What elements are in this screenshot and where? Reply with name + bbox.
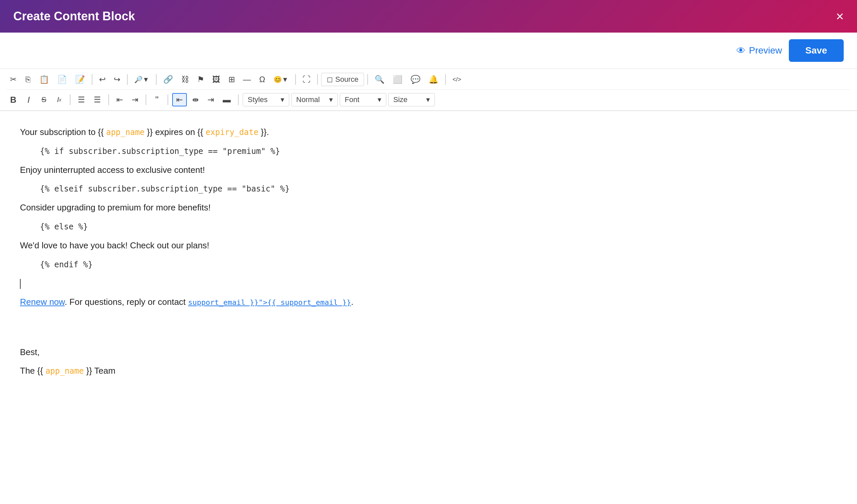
ordered-list-button[interactable]: ☰ <box>74 93 88 106</box>
link-button[interactable]: 🔗 <box>160 73 177 86</box>
elseif-tag-line: {% elseif subscriber.subscription_type =… <box>20 181 837 197</box>
cut-button[interactable]: ✂ <box>7 73 20 86</box>
align-left-button[interactable]: ⇤ <box>172 93 187 106</box>
paste-word-button[interactable]: 📝 <box>72 73 88 86</box>
media-button[interactable]: ⬜ <box>389 73 406 86</box>
cursor-line <box>20 275 837 291</box>
paste-button[interactable]: 📋 <box>36 73 52 86</box>
source-button[interactable]: ◻ Source <box>321 73 364 86</box>
code-button[interactable]: </> <box>449 73 465 86</box>
close-button[interactable]: × <box>836 10 844 23</box>
separator <box>156 74 156 85</box>
chevron-down-icon: ▾ <box>426 96 430 104</box>
premium-text-line: Enjoy uninterrupted access to exclusive … <box>20 162 837 178</box>
chevron-down-icon: ▾ <box>377 96 381 104</box>
text-cursor <box>20 279 21 289</box>
undo-button[interactable]: ↩ <box>96 73 109 86</box>
unordered-list-button[interactable]: ☰ <box>90 93 104 106</box>
paste-text-button[interactable]: 📄 <box>54 73 70 86</box>
subscription-line: Your subscription to {{ app_name }} expi… <box>20 124 837 140</box>
preview-button[interactable]: 👁 Preview <box>736 45 782 56</box>
bold-button[interactable]: B <box>7 93 20 106</box>
else-tag-line: {% else %} <box>20 219 837 234</box>
support-email-link[interactable]: support_email }}">{{ support_email }} <box>188 298 351 306</box>
team-line: The {{ app_name }} Team <box>20 363 837 379</box>
basic-text-line: Consider upgrading to premium for more b… <box>20 200 837 215</box>
separator <box>146 95 146 105</box>
image-button[interactable]: 🖼 <box>209 73 224 86</box>
separator <box>238 95 239 105</box>
separator <box>317 74 318 85</box>
modal-title: Create Content Block <box>13 9 135 23</box>
separator <box>127 74 128 85</box>
outdent-button[interactable]: ⇤ <box>113 93 126 106</box>
search-button[interactable]: 🔍 <box>371 73 388 86</box>
team-app-name-var: app_name <box>46 366 84 376</box>
app-name-var: app_name <box>106 128 145 137</box>
format-dropdown[interactable]: Normal ▾ <box>291 93 338 106</box>
align-right-button[interactable]: ⇥ <box>204 93 217 106</box>
font-dropdown[interactable]: Font ▾ <box>340 93 386 106</box>
emoji-button[interactable]: 😊▼ <box>270 73 292 86</box>
clear-format-button[interactable]: Ix <box>52 93 66 106</box>
toolbar: ✂ ⎘ 📋 📄 📝 ↩ ↪ 🔎▼ 🔗 ⛓ ⚑ 🖼 ⊞ — Ω 😊▼ ⛶ ◻ S <box>0 69 857 111</box>
styles-dropdown[interactable]: Styles ▾ <box>243 93 289 106</box>
eye-icon: 👁 <box>736 45 746 56</box>
sign-off-line: Best, <box>20 345 837 360</box>
strikethrough-button[interactable]: S <box>37 93 51 106</box>
chevron-down-icon: ▾ <box>281 96 284 104</box>
renew-line: Renew now. For questions, reply or conta… <box>20 294 837 310</box>
table-button[interactable]: ⊞ <box>225 73 238 86</box>
endif-tag-line: {% endif %} <box>20 257 837 272</box>
size-dropdown[interactable]: Size ▾ <box>388 93 435 106</box>
modal-header: Create Content Block × <box>0 0 857 33</box>
toolbar-row1: ✂ ⎘ 📋 📄 📝 ↩ ↪ 🔎▼ 🔗 ⛓ ⚑ 🖼 ⊞ — Ω 😊▼ ⛶ ◻ S <box>7 73 850 90</box>
redo-button[interactable]: ↪ <box>111 73 124 86</box>
mute-button[interactable]: 🔔 <box>425 73 442 86</box>
toolbar-row2: B I S Ix ☰ ☰ ⇤ ⇥ " ⇤ ⇼ ⇥ ▬ Styles ▾ Norm… <box>7 90 850 106</box>
source-icon: ◻ <box>327 75 333 84</box>
blockquote-button[interactable]: " <box>150 93 164 106</box>
special-char-button[interactable]: Ω <box>256 73 269 86</box>
chevron-down-icon: ▾ <box>329 96 333 104</box>
if-tag-line: {% if subscriber.subscription_type == "p… <box>20 143 837 159</box>
separator <box>70 95 70 105</box>
align-justify-button[interactable]: ▬ <box>219 93 234 106</box>
expiry-date-var: expiry_date <box>205 128 258 137</box>
separator <box>168 95 168 105</box>
fullscreen-button[interactable]: ⛶ <box>299 73 314 86</box>
editor-area[interactable]: Your subscription to {{ app_name }} expi… <box>0 111 857 504</box>
else-text-line: We'd love to have you back! Check out ou… <box>20 238 837 253</box>
indent-button[interactable]: ⇥ <box>128 93 141 106</box>
separator <box>445 74 446 85</box>
italic-button[interactable]: I <box>22 93 35 106</box>
chat-button[interactable]: 💬 <box>407 73 424 86</box>
unlink-button[interactable]: ⛓ <box>178 73 192 86</box>
anchor-button[interactable]: ⚑ <box>194 73 208 86</box>
top-bar: 👁 Preview Save <box>0 33 857 69</box>
renew-now-link[interactable]: Renew now <box>20 297 65 307</box>
separator <box>295 74 296 85</box>
separator <box>367 74 368 85</box>
save-button[interactable]: Save <box>789 39 844 62</box>
hr-button[interactable]: — <box>240 73 254 86</box>
separator <box>92 74 93 85</box>
find-replace-button[interactable]: 🔎▼ <box>131 73 153 86</box>
align-center-button[interactable]: ⇼ <box>189 93 202 106</box>
copy-button[interactable]: ⎘ <box>21 73 35 86</box>
separator <box>108 95 109 105</box>
